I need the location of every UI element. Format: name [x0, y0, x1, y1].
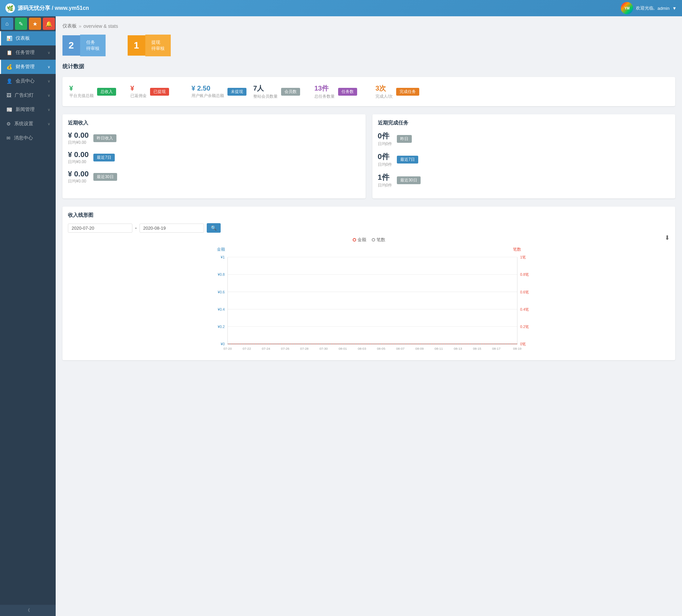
pending-cash-info: 提现 待审核: [145, 35, 171, 56]
x-label-9: 08-07: [396, 347, 405, 350]
task-val-7days: 0件: [378, 152, 392, 162]
income-sub-30days: 日均¥0.00: [68, 178, 89, 184]
pending-cash-title: 提现: [151, 39, 165, 45]
income-badge-30days: 最近30日: [93, 173, 117, 181]
income-sub-7days: 日均¥0.00: [68, 159, 89, 165]
pending-cash-subtitle: 待审核: [151, 45, 165, 52]
task-badge-7days: 最近7日: [397, 156, 418, 163]
finance-icon: 💰: [6, 64, 12, 70]
stat-badge-pending-withdrawal: 未提现: [227, 88, 246, 96]
welcome-text: 欢迎光临,: [636, 5, 655, 11]
pending-task-card[interactable]: 2 任务 待审核: [62, 35, 124, 56]
y-label-right-0: 0笔: [520, 342, 526, 346]
chart-search-button[interactable]: 🔍: [207, 223, 221, 233]
chart-date-to[interactable]: [140, 224, 204, 233]
logo-text: 源码无忧分享 / www.ym51cn: [18, 5, 89, 12]
user-info: YM 欢迎光临, admin ▼: [621, 2, 677, 14]
y-label-right-0.2: 0.2笔: [520, 325, 529, 329]
pending-task-title: 任务: [86, 39, 99, 45]
sidebar-item-finance[interactable]: 💰 财务管理 ∨: [0, 60, 56, 74]
task-badge-yesterday: 昨日: [397, 135, 412, 143]
pending-cards: 2 任务 待审核 1 提现 待审核: [62, 35, 675, 56]
chevron-down-icon: ∨: [48, 93, 50, 98]
avatar: YM: [621, 2, 633, 14]
income-badge-7days: 最近7日: [93, 154, 115, 161]
sidebar-collapse-button[interactable]: 《: [0, 605, 56, 616]
pending-task-num: 2: [62, 35, 80, 56]
topbar: 🌿 源码无忧分享 / www.ym51cn YM 欢迎光临, admin ▼: [0, 0, 682, 16]
x-label-12: 08-13: [454, 347, 462, 350]
y-label-left-0.6: ¥0.6: [217, 290, 225, 294]
stat-item-withdrawn: ¥ 已返佣金 已提现: [130, 84, 185, 99]
date-range-separator: -: [135, 225, 137, 231]
stat-badge-members: 会员数: [281, 88, 300, 96]
legend-item-amount: 金额: [353, 237, 366, 243]
stat-value-completed-tasks: 3次: [375, 84, 393, 93]
sidebar-item-slides[interactable]: 🖼 广告幻灯 ∨: [0, 88, 56, 102]
x-label-7: 08-03: [358, 347, 366, 350]
task-val-30days: 1件: [378, 172, 392, 182]
stat-badge-completed-tasks: 完成任务: [396, 88, 419, 96]
task-sub-yesterday: 日均0件: [378, 141, 392, 147]
income-val-30days: ¥ 0.00: [68, 170, 89, 178]
stat-value-tasks-count: 13件: [314, 84, 335, 93]
x-label-1: 07-22: [243, 347, 251, 350]
sidebar-item-tasks[interactable]: 📋 任务管理 ∨: [0, 45, 56, 60]
logo-icon: 🌿: [5, 3, 15, 13]
task-badge-30days: 最近30日: [397, 176, 420, 184]
stats-grid: ¥ 平台充值总额 总收入 ¥ 已返佣金 已提现 ¥ 2.50 用户账户余额总额: [62, 77, 675, 106]
task-sub-30days: 日均0件: [378, 182, 392, 188]
sidebar-item-label: 任务管理: [16, 50, 35, 56]
home-icon-btn[interactable]: ⌂: [1, 18, 13, 30]
stat-label-completed-tasks: 完成人/次: [375, 94, 393, 99]
download-icon[interactable]: ⬇: [665, 234, 670, 242]
stat-item-tasks-count: 13件 总任务数量 任务数: [314, 84, 369, 99]
stat-label-total-income: 平台充值总额: [69, 93, 94, 99]
income-row-30days: ¥ 0.00 日均¥0.00 最近30日: [68, 170, 360, 184]
task-sub-7days: 日均0件: [378, 162, 392, 168]
sidebar-item-messages[interactable]: ✉ 消息中心: [0, 131, 56, 145]
chart-legend: 金额 笔数: [68, 237, 670, 243]
bell-icon-btn[interactable]: 🔔: [43, 18, 55, 30]
username: admin: [658, 6, 669, 11]
x-label-3: 07-26: [281, 347, 290, 350]
legend-dot-amount: [353, 238, 356, 242]
edit-icon-btn[interactable]: ✎: [15, 18, 27, 30]
x-label-14: 08-17: [492, 347, 501, 350]
chart-right-axis-title: 笔数: [513, 247, 521, 251]
pending-cash-card[interactable]: 1 提现 待审核: [128, 35, 189, 56]
chart-left-axis-title: 金额: [217, 247, 225, 251]
sidebar-item-news[interactable]: 📰 新闻管理 ∨: [0, 102, 56, 117]
y-label-right-1: 1笔: [520, 255, 526, 259]
y-label-left-0.4: ¥0.4: [217, 307, 225, 311]
x-label-4: 07-28: [300, 347, 309, 350]
x-label-6: 08-01: [338, 347, 347, 350]
sidebar-item-settings[interactable]: ⚙ 系统设置 ∨: [0, 117, 56, 131]
sidebar-item-label: 仪表板: [16, 35, 30, 41]
chart-section: 收入线形图 - 🔍 金额 笔数 ⬇: [62, 207, 675, 360]
sidebar-item-dashboard[interactable]: 📊 仪表板: [0, 31, 56, 45]
breadcrumb: 仪表板 » overview & stats: [62, 23, 675, 29]
legend-item-count: 笔数: [372, 237, 385, 243]
tasks-icon: 📋: [6, 50, 12, 55]
y-label-right-0.6: 0.6笔: [520, 290, 529, 294]
dropdown-icon[interactable]: ▼: [672, 6, 677, 11]
y-label-right-0.8: 0.8笔: [520, 273, 529, 277]
slides-icon: 🖼: [6, 93, 11, 98]
stat-item-total-income: ¥ 平台充值总额 总收入: [69, 84, 124, 99]
x-label-10: 08-09: [416, 347, 424, 350]
tag-icon-btn[interactable]: ★: [29, 18, 41, 30]
stat-label-pending-withdrawal: 用户账户余额总额: [191, 93, 224, 99]
stat-badge-total-income: 总收入: [97, 88, 116, 96]
x-label-13: 08-15: [473, 347, 481, 350]
pending-task-subtitle: 待审核: [86, 45, 99, 52]
sidebar-icons: ⌂ ✎ ★ 🔔: [0, 16, 56, 31]
stat-item-completed-tasks: 3次 完成人/次 完成任务: [375, 84, 430, 99]
chart-date-from[interactable]: [68, 224, 132, 233]
dashboard-icon: 📊: [6, 36, 12, 41]
legend-label-amount: 金额: [357, 237, 366, 243]
members-icon: 👤: [6, 78, 12, 84]
sidebar-item-members[interactable]: 👤 会员中心 ∨: [0, 74, 56, 88]
recent-income-box: 近期收入 ¥ 0.00 日均¥0.00 昨日收入 ¥ 0.00 日均¥0.00 …: [62, 114, 366, 198]
income-val-yesterday: ¥ 0.00: [68, 131, 89, 140]
